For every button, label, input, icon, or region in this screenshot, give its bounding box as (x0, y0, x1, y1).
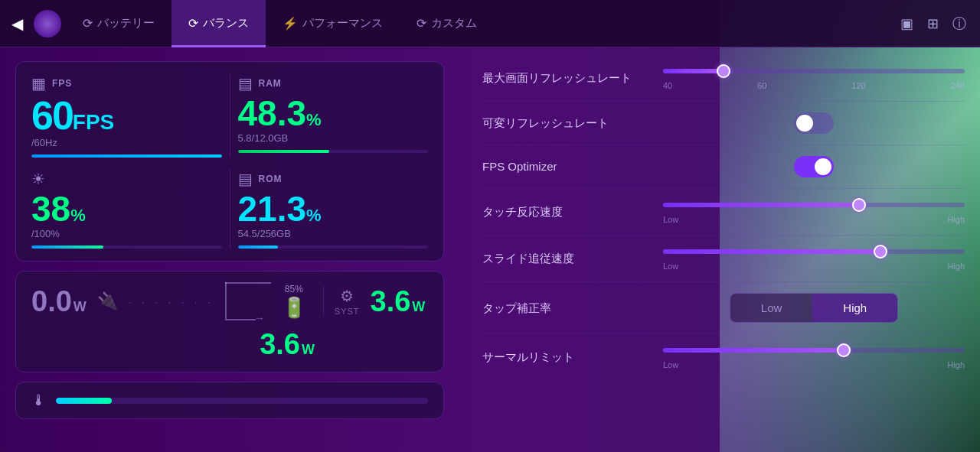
custom-tab-label: カスタム (431, 16, 477, 31)
thermal-limit-labels: Low High (663, 360, 965, 369)
performance-tab-label: パフォーマンス (302, 16, 383, 31)
tap-correction-control: Low High (663, 293, 965, 323)
fps-icon: ▦ (31, 74, 46, 93)
back-icon: ◀ (11, 15, 23, 33)
power-total-right: 3.6 W (31, 328, 315, 361)
tap-correction-label: タップ補正率 (482, 301, 651, 316)
power-dots: · · · · · · · (129, 296, 214, 307)
fps-header: ▦ FPS (31, 74, 222, 93)
tap-low-button[interactable]: Low (730, 294, 813, 322)
fps-sub: /60Hz (31, 137, 222, 148)
fps-optimizer-toggle[interactable]: ✓ (794, 156, 834, 177)
thermal-card: 🌡 (15, 382, 444, 419)
fps-bar-fill (31, 154, 222, 158)
syst-section: ⚙ SYST (335, 287, 360, 316)
thermal-bar-fill (56, 398, 112, 404)
ram-stat: ▤ RAM 48.3 % 5.8/12.0GB (238, 74, 429, 153)
refresh-rate-labels: 40 60 120 240 (663, 81, 965, 90)
custom-tab-icon: ⟳ (416, 16, 426, 31)
power-total-row: 3.6 W (31, 328, 428, 361)
tab-performance[interactable]: ⚡ パフォーマンス (266, 0, 400, 47)
variable-refresh-control (663, 112, 965, 134)
cpu-stat: ☀ 38 % /100% (31, 170, 222, 249)
thermal-limit-label: サーマルリミット (482, 350, 651, 365)
power-input-value: 0.0 (31, 285, 72, 318)
balance-tab-icon: ⟳ (188, 16, 198, 31)
plug-icon: 🔌 (97, 291, 118, 311)
tab-balance[interactable]: ⟳ バランス (172, 0, 266, 47)
touch-high-label: High (947, 215, 965, 224)
power-total: 3.6 W (260, 328, 315, 361)
battery-section: 85% 🔋 (282, 284, 306, 320)
cpu-sub: /100% (31, 228, 222, 239)
thermal-low-label: Low (663, 360, 678, 369)
slide-speed-control: Low High (663, 246, 965, 271)
setting-refresh-rate: 最大画面リフレッシュレート 40 60 120 240 (482, 55, 965, 102)
refresh-label-120: 120 (851, 81, 865, 90)
refresh-label-240: 240 (951, 81, 965, 90)
slide-speed-fill (663, 249, 880, 254)
stats-card: ▦ FPS 60 FPS /60Hz ▤ (15, 61, 444, 262)
grid-icon[interactable]: ⊞ (927, 15, 939, 32)
touch-response-label: タッチ反応速度 (482, 204, 651, 219)
power-line-v (225, 282, 227, 319)
tab-custom[interactable]: ⟳ カスタム (400, 0, 494, 47)
stat-divider-1 (230, 74, 230, 158)
rom-bar (238, 246, 429, 249)
syst-icon: ⚙ (340, 287, 354, 305)
tap-high-button[interactable]: High (812, 294, 897, 322)
stats-row-1: ▦ FPS 60 FPS /60Hz ▤ (31, 74, 428, 158)
main-content: ▦ FPS 60 FPS /60Hz ▤ (0, 47, 980, 452)
variable-refresh-toggle[interactable] (794, 112, 834, 134)
thermal-limit-thumb[interactable] (837, 343, 851, 357)
rom-header: ▤ ROM (238, 170, 429, 188)
power-line-h (225, 282, 271, 284)
setting-slide-speed: スライド追従速度 Low High (482, 236, 965, 282)
refresh-rate-slider[interactable] (663, 69, 965, 73)
fps-optimizer-control: ✓ (663, 156, 965, 177)
back-button[interactable]: ◀ (0, 0, 34, 47)
avatar (34, 10, 61, 37)
top-nav: ◀ ⟳ バッテリー ⟳ バランス ⚡ パフォーマンス ⟳ カスタム ▣ ⊞ ⓘ (0, 0, 980, 47)
touch-response-thumb[interactable] (852, 198, 866, 212)
rom-bar-fill (238, 246, 278, 249)
setting-thermal-limit: サーマルリミット Low High (482, 334, 965, 380)
stat-divider-2 (230, 170, 230, 249)
performance-tab-icon: ⚡ (283, 16, 298, 31)
cpu-bar-fill (31, 246, 103, 249)
power-arrow-icon: → (254, 312, 265, 324)
power-card: 0.0 W 🔌 · · · · · · · → 85% 🔋 (15, 271, 444, 372)
info-icon[interactable]: ⓘ (952, 15, 966, 33)
slide-speed-thumb[interactable] (874, 245, 887, 259)
setting-touch-response: タッチ反応速度 Low High (482, 189, 965, 236)
fps-bar (31, 154, 222, 158)
right-panel: 最大画面リフレッシュレート 40 60 120 240 可変リフレッシュレート (459, 47, 980, 452)
power-sys-unit: W (412, 299, 425, 315)
rom-label: ROM (259, 174, 283, 184)
slide-speed-slider[interactable] (663, 249, 965, 254)
power-vert-divider (323, 286, 324, 317)
toggle-check-icon: ✓ (821, 161, 829, 173)
ram-header: ▤ RAM (238, 74, 429, 93)
fps-optimizer-label: FPS Optimizer (482, 159, 651, 174)
touch-response-slider[interactable] (663, 203, 965, 207)
ram-icon: ▤ (238, 74, 253, 93)
touch-low-label: Low (663, 215, 678, 224)
setting-variable-refresh: 可変リフレッシュレート (482, 102, 965, 145)
rom-stat: ▤ ROM 21.3 % 54.5/256GB (238, 170, 429, 249)
syst-label: SYST (335, 307, 360, 316)
screen-icon[interactable]: ▣ (900, 15, 913, 32)
cpu-unit: % (70, 206, 86, 226)
setting-fps-optimizer: FPS Optimizer ✓ (482, 145, 965, 189)
tab-battery[interactable]: ⟳ バッテリー (66, 0, 172, 47)
nav-tabs: ⟳ バッテリー ⟳ バランス ⚡ パフォーマンス ⟳ カスタム (66, 0, 900, 47)
fps-label: FPS (52, 78, 72, 89)
refresh-rate-thumb[interactable] (717, 64, 730, 78)
cpu-header: ☀ (31, 170, 222, 188)
variable-refresh-label: 可変リフレッシュレート (482, 115, 651, 131)
ram-unit: % (306, 110, 322, 130)
battery-icon: 🔋 (282, 296, 306, 320)
power-input-unit: W (74, 299, 87, 315)
power-total-unit: W (302, 342, 315, 358)
thermal-limit-slider[interactable] (663, 348, 965, 353)
